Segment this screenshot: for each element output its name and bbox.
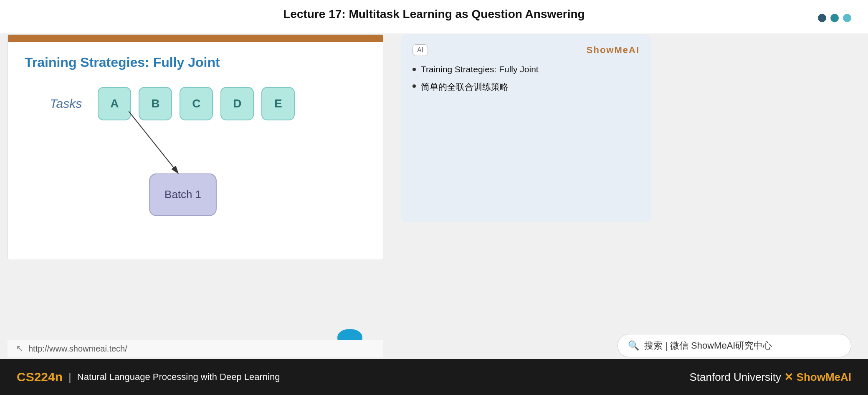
url-text: http://www.showmeai.tech/	[28, 344, 127, 354]
footer-showmeai: ShowMeAI	[797, 371, 851, 383]
search-icon: 🔍	[628, 340, 639, 351]
bullet-text-1: Training Strategies: Fully Joint	[421, 64, 539, 74]
footer-course: CS224n	[17, 370, 63, 384]
showmeai-card: AI ShowMeAI Training Strategies: Fully J…	[401, 34, 651, 222]
task-box-d: D	[220, 87, 254, 120]
svg-text:Batch 1: Batch 1	[164, 189, 201, 200]
footer-separator: |	[68, 371, 71, 384]
url-bar: ↖ http://www.showmeai.tech/	[8, 340, 383, 357]
cursor-icon: ↖	[16, 343, 23, 354]
bullet-dot-1	[412, 68, 416, 71]
card-bullets: Training Strategies: Fully Joint 简单的全联合训…	[412, 64, 640, 93]
right-panel: AI ShowMeAI Training Strategies: Fully J…	[401, 34, 651, 222]
top-area: Lecture 17: Multitask Learning as Questi…	[0, 0, 868, 33]
task-box-e: E	[261, 87, 295, 120]
task-box-c: C	[180, 87, 213, 120]
footer: CS224n | Natural Language Processing wit…	[0, 359, 868, 395]
bullet-1: Training Strategies: Fully Joint	[412, 64, 640, 74]
x-symbol: ✕	[784, 371, 796, 383]
ai-badge-text: AI	[417, 46, 423, 54]
tasks-label: Tasks	[50, 97, 82, 111]
footer-right: Stanford University ✕ ShowMeAI	[689, 371, 851, 384]
slide-container: Training Strategies: Fully Joint Tasks A…	[8, 34, 383, 260]
slide-content: Training Strategies: Fully Joint Tasks A…	[8, 42, 383, 260]
lecture-title: Lecture 17: Multitask Learning as Questi…	[0, 8, 868, 21]
svg-rect-2	[149, 174, 216, 216]
task-box-a: A	[98, 87, 131, 120]
ai-badge: AI	[412, 44, 428, 56]
card-header: AI ShowMeAI	[412, 44, 640, 56]
slide-top-bar	[8, 35, 383, 42]
svg-line-0	[129, 111, 179, 174]
diagram-svg: Batch 1	[8, 97, 383, 260]
search-bar[interactable]: 🔍 搜索 | 微信 ShowMeAI研究中心	[617, 334, 851, 357]
bullet-text-2: 简单的全联合训练策略	[421, 81, 509, 93]
footer-university: Stanford University	[689, 371, 781, 383]
search-text: 搜索 | 微信 ShowMeAI研究中心	[644, 339, 772, 352]
showmeai-brand: ShowMeAI	[587, 45, 640, 56]
tasks-row: Tasks A B C D E	[50, 87, 366, 120]
bullet-dot-2	[412, 84, 416, 88]
bullet-2: 简单的全联合训练策略	[412, 81, 640, 93]
footer-left: CS224n | Natural Language Processing wit…	[17, 370, 280, 384]
footer-description: Natural Language Processing with Deep Le…	[77, 372, 280, 382]
slide-title: Training Strategies: Fully Joint	[25, 55, 366, 70]
task-box-b: B	[139, 87, 172, 120]
